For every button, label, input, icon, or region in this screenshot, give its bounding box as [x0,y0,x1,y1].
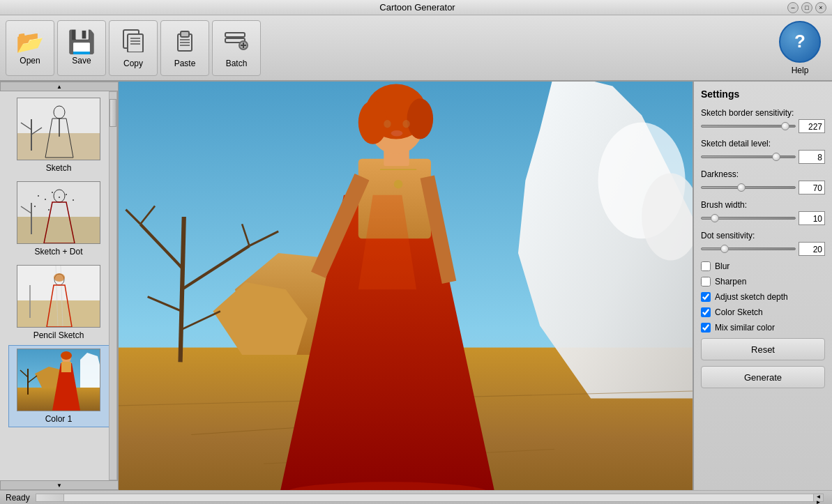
help-outer: ? Help [779,21,826,75]
open-button[interactable]: 📂 Open [6,20,54,76]
svg-point-30 [59,197,60,198]
brush-width-control: 10 [701,211,825,225]
thumbnail-dot-image [17,181,100,244]
svg-point-89 [407,98,434,139]
copy-label: Copy [123,59,143,68]
save-button[interactable]: 💾 Save [57,20,106,76]
sketch-detail-track[interactable] [701,155,796,158]
sketch-detail-label: Sketch detail level: [701,139,825,148]
scroll-down-arrow[interactable]: ▼ [0,480,119,490]
left-scrollbar-track[interactable] [109,91,117,480]
svg-rect-10 [225,33,245,37]
adjust-sketch-label: Adjust sketch depth [715,292,788,302]
scroll-up-arrow[interactable]: ▲ [0,82,119,91]
sketch-border-track[interactable] [701,125,796,128]
thumbnail-pencil[interactable]: Pencil Sketch [8,261,109,344]
copy-button[interactable]: Copy [109,20,158,76]
thumbnail-sketch-label: Sketch [46,163,72,173]
paste-button[interactable]: Paste [160,20,209,76]
svg-point-31 [66,194,67,195]
copy-icon [121,27,146,56]
brush-width-track[interactable] [701,217,796,220]
close-button[interactable]: × [815,2,826,13]
svg-rect-58 [61,362,71,372]
darkness-track[interactable] [701,186,796,189]
svg-rect-1 [128,34,143,52]
svg-rect-25 [17,182,100,217]
batch-icon [224,27,249,56]
darkness-value[interactable]: 70 [799,181,825,194]
dot-sensitivity-value[interactable]: 20 [799,242,825,256]
sketch-detail-control: 8 [701,150,825,164]
settings-panel: Settings Sketch border sensitivity: 227 … [693,82,832,490]
thumbnail-color-label: Color 1 [45,414,73,424]
help-label: Help [792,66,809,75]
blur-checkbox[interactable] [701,261,711,271]
thumbnail-pencil-label: Pencil Sketch [33,330,84,340]
canvas-area [119,82,693,490]
reset-button[interactable]: Reset [701,338,825,360]
window-controls[interactable]: – □ × [787,2,826,13]
brush-width-thumb[interactable] [711,214,719,222]
brush-width-label: Brush width: [701,200,825,210]
svg-point-90 [384,120,391,128]
svg-point-33 [34,206,36,207]
svg-rect-26 [17,217,100,244]
left-scrollbar-thumb[interactable] [109,99,116,127]
svg-point-29 [52,192,53,193]
darkness-thumb[interactable] [737,183,746,192]
window-title: Cartoon Generator [47,2,787,13]
paste-label: Paste [174,59,196,68]
sketch-border-value[interactable]: 227 [799,119,825,133]
color-svg [17,349,100,411]
generate-button[interactable]: Generate [701,366,825,388]
color-sketch-checkbox[interactable] [701,307,711,317]
dot-sensitivity-thumb[interactable] [720,245,729,253]
open-icon: 📂 [16,31,44,53]
batch-button[interactable]: Batch [212,20,261,76]
sharpen-checkbox[interactable] [701,277,711,287]
svg-point-28 [45,199,46,200]
dot-svg [17,182,100,244]
svg-point-27 [38,195,39,197]
svg-rect-6 [181,31,189,37]
main-content: ▲ [0,82,832,490]
sketch-detail-thumb[interactable] [772,153,780,161]
main-image-canvas [119,82,693,490]
svg-point-82 [394,180,403,189]
save-icon: 💾 [68,31,96,53]
color-sketch-checkbox-row: Color Sketch [701,307,825,317]
brush-width-value[interactable]: 10 [799,211,825,225]
color-sketch-label: Color Sketch [715,307,763,317]
thumbnail-panel: Sketch [0,91,119,480]
paste-icon [172,27,197,56]
maximize-button[interactable]: □ [801,2,812,13]
minimize-button[interactable]: – [787,2,799,13]
sketch-border-control: 227 [701,119,825,133]
sharpen-checkbox-row: Sharpen [701,277,825,287]
status-text: Ready [6,493,30,503]
mix-color-checkbox[interactable] [701,323,711,333]
dot-sensitivity-track[interactable] [701,247,796,250]
svg-point-32 [73,199,74,201]
darkness-row: Darkness: 70 [701,169,825,194]
help-button[interactable]: ? [779,21,821,63]
darkness-control: 70 [701,181,825,194]
sketch-detail-value[interactable]: 8 [799,150,825,164]
status-scrollbar[interactable]: ◄ ► [36,494,824,502]
thumbnail-sketch-dot[interactable]: Sketch + Dot [8,178,109,260]
settings-title: Settings [701,89,825,100]
status-bar: Ready ◄ ► [0,490,832,504]
thumbnail-color-image [17,349,100,411]
adjust-sketch-checkbox-row: Adjust sketch depth [701,292,825,302]
thumbnail-sketch[interactable]: Sketch [8,94,109,176]
thumbnail-color[interactable]: Color 1 [8,345,109,427]
left-panel-wrapper: ▲ [0,82,119,490]
sketch-border-thumb[interactable] [781,122,789,130]
adjust-sketch-checkbox[interactable] [701,292,711,302]
thumbnail-pencil-image [17,265,100,328]
dot-sensitivity-control: 20 [701,242,825,256]
brush-width-row: Brush width: 10 [701,200,825,225]
mix-color-checkbox-row: Mix similar color [701,323,825,333]
dot-sensitivity-row: Dot sensitivity: 20 [701,231,825,256]
